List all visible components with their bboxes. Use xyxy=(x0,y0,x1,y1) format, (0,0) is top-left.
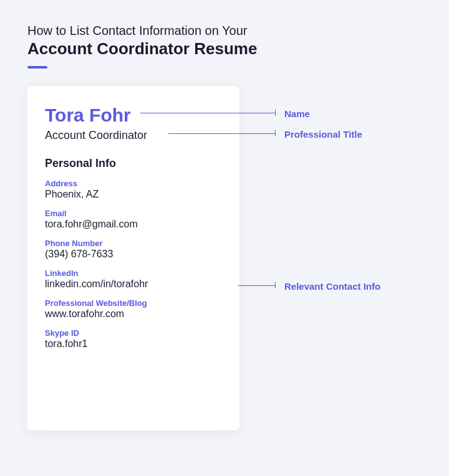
info-value: linkedin.com/in/torafohr xyxy=(45,278,222,290)
annotation-name: Name xyxy=(284,108,310,119)
info-block-website: Professional Website/Blog www.torafohr.c… xyxy=(45,298,222,320)
annotation-contact: Relevant Contact Info xyxy=(284,281,380,292)
connector-line-end xyxy=(275,282,276,288)
info-label: Professional Website/Blog xyxy=(45,298,222,308)
info-value: www.torafohr.com xyxy=(45,308,222,320)
resume-card: Tora Fohr Account Coordinator Personal I… xyxy=(27,86,239,431)
info-label: LinkedIn xyxy=(45,269,222,278)
info-block-skype: Skype ID tora.fohr1 xyxy=(45,328,222,350)
section-header: Personal Info xyxy=(45,157,222,170)
info-value: tora.fohr1 xyxy=(45,338,222,350)
header-title: Account Coordinator Resume xyxy=(27,39,422,59)
info-label: Phone Number xyxy=(45,239,222,248)
resume-name: Tora Fohr xyxy=(45,105,222,125)
connector-line xyxy=(238,285,276,286)
info-block-email: Email tora.fohr@gmail.com xyxy=(45,209,222,230)
header-underline xyxy=(27,66,47,69)
page-header: How to List Contact Information on Your … xyxy=(0,0,449,69)
info-block-address: Address Phoenix, AZ xyxy=(45,179,222,200)
info-block-linkedin: LinkedIn linkedin.com/in/torafohr xyxy=(45,269,222,290)
connector-line xyxy=(168,133,276,134)
info-value: Phoenix, AZ xyxy=(45,189,222,200)
resume-title: Account Coordinator xyxy=(45,129,222,142)
connector-line-end xyxy=(275,110,276,116)
info-block-phone: Phone Number (394) 678-7633 xyxy=(45,239,222,260)
connector-line-end xyxy=(275,130,276,136)
annotation-title: Professional Title xyxy=(284,129,362,140)
info-label: Skype ID xyxy=(45,328,222,338)
info-value: tora.fohr@gmail.com xyxy=(45,219,222,230)
header-subtitle: How to List Contact Information on Your xyxy=(27,24,422,38)
info-label: Email xyxy=(45,209,222,218)
info-label: Address xyxy=(45,179,222,188)
connector-line xyxy=(140,113,276,113)
info-value: (394) 678-7633 xyxy=(45,249,222,260)
